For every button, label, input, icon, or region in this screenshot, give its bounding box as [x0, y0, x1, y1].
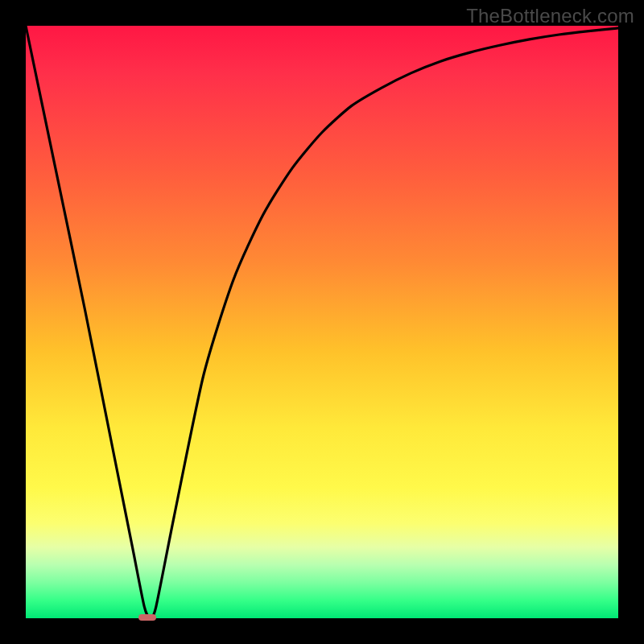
bottleneck-curve: [26, 26, 618, 618]
plot-area: [26, 26, 618, 618]
minimum-marker: [138, 614, 156, 621]
chart-frame: TheBottleneck.com: [0, 0, 644, 644]
watermark-text: TheBottleneck.com: [466, 5, 634, 27]
